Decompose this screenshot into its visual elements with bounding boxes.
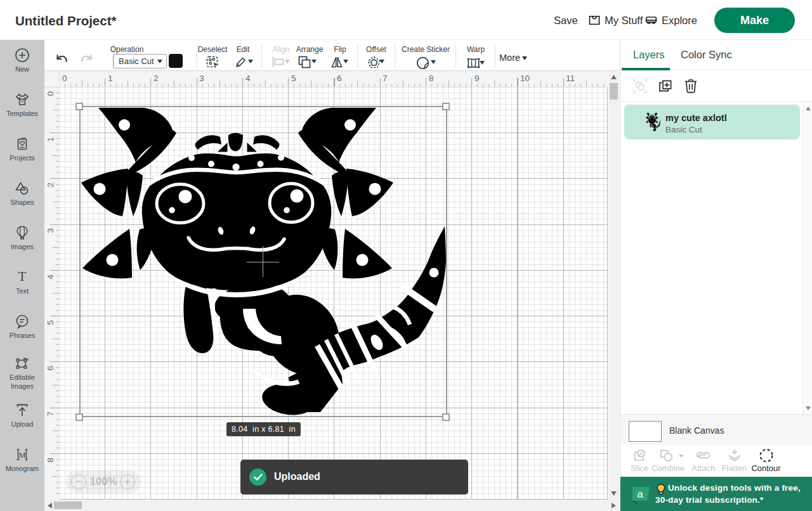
svg-text:a: a xyxy=(637,488,643,500)
svg-text:T: T xyxy=(18,269,27,284)
svg-text:M: M xyxy=(18,450,26,460)
